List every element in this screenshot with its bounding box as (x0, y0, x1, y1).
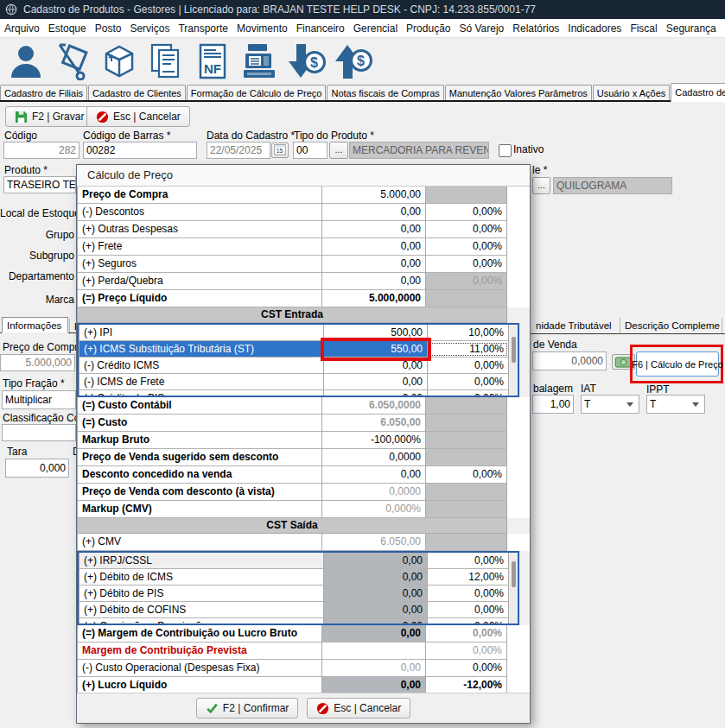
row-percent[interactable] (426, 484, 507, 501)
menu-item-relatorios[interactable]: Relatórios (508, 22, 563, 35)
row-value[interactable]: 0,00 (324, 553, 428, 569)
dialog-row-custo[interactable]: (=) Custo6.050,00 (77, 415, 530, 432)
row-percent[interactable] (426, 501, 507, 518)
row-value[interactable]: 0,00 (322, 256, 426, 273)
row-percent[interactable] (426, 397, 507, 415)
row-percent[interactable]: 11,00% (428, 341, 509, 358)
tab-notas-fiscais-de-compras[interactable]: Notas fiscais de Compras (327, 85, 443, 102)
row-percent[interactable]: -12,00% (426, 677, 507, 693)
dialog-row-credito-icms[interactable]: (-) Crédito ICMS0,000,00% (79, 358, 518, 374)
produto-field[interactable]: TRASEIRO TESTE (3, 176, 76, 193)
tab-right-partial[interactable]: C (722, 318, 725, 333)
row-value[interactable]: 0,00 (322, 221, 426, 238)
dialog-row-frete[interactable]: (+) Frete0,000,00% (77, 238, 530, 256)
row-value[interactable]: 0,000% (322, 501, 426, 518)
menu-item-fiscal[interactable]: Fiscal (626, 22, 661, 35)
barras-field[interactable]: 00282 (83, 142, 197, 159)
menu-item-indicadores[interactable]: Indicadores (563, 22, 626, 35)
row-value[interactable]: 0,00 (324, 586, 428, 602)
dialog-row-desconto-concedido-na-venda[interactable]: Desconto concedido na venda0,000,00% (77, 466, 530, 484)
money-in-icon[interactable]: $ (285, 41, 327, 81)
package-icon[interactable] (99, 41, 140, 81)
row-value[interactable]: 0,0000 (322, 449, 426, 466)
scrollbar-thumb[interactable] (512, 337, 516, 363)
row-percent[interactable]: 0,00% (428, 618, 509, 625)
dialog-row-comissao-premiacoes[interactable]: (+) Comissão + Premiações0,000,00% (79, 618, 518, 625)
row-value[interactable]: 0,00 (322, 204, 426, 221)
row-percent[interactable] (426, 415, 507, 432)
confirm-button[interactable]: F2 | Confirmar (196, 698, 298, 719)
row-value[interactable]: 0,00 (322, 273, 426, 290)
dialog-row-markup-bruto[interactable]: Markup Bruto-100,000% (77, 432, 530, 449)
menu-item-movimento[interactable]: Movimento (232, 22, 292, 35)
row-value[interactable]: -100,000% (322, 432, 426, 449)
tab-cadastro-de-clientes[interactable]: Cadastro de Clientes (88, 85, 186, 102)
row-percent[interactable]: 0,00% (426, 204, 507, 221)
row-percent[interactable]: 0,00% (428, 602, 509, 618)
row-value[interactable]: 0,00 (322, 660, 426, 677)
menu-item-seguranca[interactable]: Segurança (662, 22, 721, 35)
tab-cadastro-de-produ[interactable]: Cadastro de Produ (671, 83, 725, 102)
embalagem-field[interactable]: 1,00 (532, 395, 574, 414)
row-value[interactable] (322, 643, 426, 660)
dialog-row-debito-de-icms[interactable]: (+) Débito de ICMS0,0012,00% (79, 569, 518, 586)
tipo-produto-lookup-button[interactable]: ... (329, 142, 348, 159)
row-percent[interactable]: 12,00% (428, 569, 509, 586)
row-percent[interactable]: 0,00% (426, 466, 507, 484)
ippt-select[interactable]: T (646, 395, 705, 414)
cash-register-icon[interactable] (238, 41, 280, 81)
tipo-fracao-select[interactable]: Multiplicar (2, 390, 76, 409)
row-percent[interactable]: 0,00% (426, 660, 507, 677)
dialog-row-custo-contabil[interactable]: (=) Custo Contábil6.050,0000 (77, 397, 530, 415)
data-cadastro-field[interactable]: 22/05/2025 (207, 142, 270, 159)
row-percent[interactable]: 0,00% (428, 374, 509, 390)
row-value[interactable]: 6.050,0000 (322, 397, 426, 415)
row-percent[interactable] (426, 449, 507, 466)
row-percent[interactable]: 0,00% (428, 358, 509, 374)
dialog-row-preco-de-compra[interactable]: Preço de Compra5.000,00 (77, 187, 530, 204)
dialog-row-ipi[interactable]: (+) IPI500,0010,00% (79, 325, 518, 341)
dialog-row-cmv[interactable]: (+) CMV6.050,00 (77, 534, 530, 551)
tab-descricao-complementar[interactable]: Descrição Complementar (620, 318, 720, 333)
handtruck-icon[interactable] (52, 41, 93, 81)
preco-venda-field[interactable]: 0,0000 (532, 351, 607, 370)
row-percent[interactable] (426, 290, 507, 307)
row-value[interactable]: 0,00 (324, 390, 428, 397)
dialog-row-descontos[interactable]: (-) Descontos0,000,00% (77, 204, 530, 221)
dialog-cancel-button[interactable]: Esc | Cancelar (307, 698, 410, 719)
preco-compra-field[interactable]: 5.000,000 (0, 354, 75, 371)
row-value[interactable]: 5.000,00 (322, 187, 426, 204)
row-percent[interactable]: 0,00% (426, 643, 507, 660)
tab-informacoes[interactable]: Informações (2, 317, 68, 332)
classificacao-field[interactable] (2, 424, 76, 441)
tara-field[interactable]: 0,000 (5, 459, 69, 478)
tab-cadastro-de-filiais[interactable]: Cadastro de Filiais (0, 85, 87, 102)
row-value[interactable]: 0,00 (322, 625, 426, 643)
dialog-row-markup-cmv[interactable]: Markup (CMV)0,000% (77, 501, 530, 518)
iat-select[interactable]: T (581, 395, 639, 414)
menu-item-arquivo[interactable]: Arquivo (0, 22, 44, 35)
save-button[interactable]: F2 | Gravar (5, 106, 93, 127)
inativo-checkbox[interactable] (499, 144, 512, 157)
dialog-row-debito-de-pis[interactable]: (+) Débito de PIS0,000,00% (79, 586, 518, 602)
dialog-row-irpj-cssl[interactable]: (+) IRPJ/CSSL0,000,00% (79, 553, 518, 569)
row-percent[interactable]: 0,00% (428, 586, 509, 602)
f6-calculo-preco-button[interactable]: F6 | Cálculo de Preço (636, 351, 719, 377)
row-value[interactable]: 0,00 (322, 677, 426, 693)
menu-item-producao[interactable]: Produção (402, 22, 455, 35)
money-out-icon[interactable]: $ (332, 41, 373, 81)
row-percent[interactable]: 10,00% (428, 325, 509, 341)
menu-item-gerencial[interactable]: Gerencial (349, 22, 402, 35)
row-value[interactable]: 0,00 (322, 466, 426, 484)
user-icon[interactable] (5, 41, 47, 81)
dialog-row-debito-de-cofins[interactable]: (+) Débito de COFINS0,000,00% (79, 602, 518, 618)
row-value[interactable]: 0,00 (324, 602, 428, 618)
row-percent[interactable]: 0,00% (426, 625, 507, 643)
dialog-row-margem-de-contribuicao-prevista[interactable]: Margem de Contribuição Prevista0,00% (77, 643, 530, 660)
menu-item-so-varejo[interactable]: Só Varejo (455, 22, 508, 35)
dialog-row-lucro-liquido[interactable]: (+) Lucro Líquido0,00-12,00% (77, 677, 530, 693)
row-percent[interactable]: 0,00% (426, 238, 507, 256)
tipo-produto-code-field[interactable]: 00 (293, 142, 328, 159)
row-value[interactable]: 500,00 (324, 325, 428, 341)
menu-item-estoque[interactable]: Estoque (44, 22, 91, 35)
